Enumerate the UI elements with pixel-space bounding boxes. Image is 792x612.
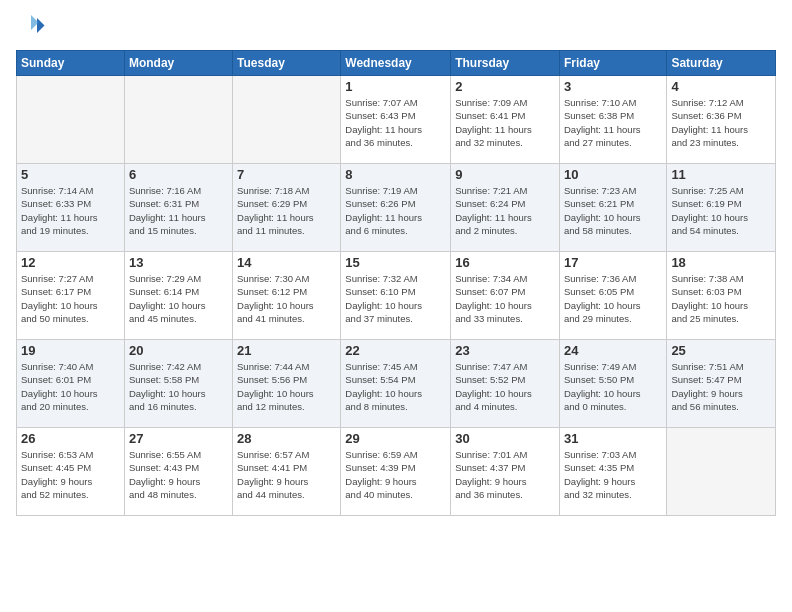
day-number: 24 [564,343,662,358]
calendar-cell: 9Sunrise: 7:21 AM Sunset: 6:24 PM Daylig… [451,164,560,252]
day-number: 22 [345,343,446,358]
day-info: Sunrise: 7:25 AM Sunset: 6:19 PM Dayligh… [671,184,771,237]
calendar-cell: 7Sunrise: 7:18 AM Sunset: 6:29 PM Daylig… [233,164,341,252]
calendar-cell: 16Sunrise: 7:34 AM Sunset: 6:07 PM Dayli… [451,252,560,340]
calendar-header-tuesday: Tuesday [233,51,341,76]
calendar-cell: 28Sunrise: 6:57 AM Sunset: 4:41 PM Dayli… [233,428,341,516]
day-number: 21 [237,343,336,358]
calendar-cell: 24Sunrise: 7:49 AM Sunset: 5:50 PM Dayli… [559,340,666,428]
calendar-week-row: 12Sunrise: 7:27 AM Sunset: 6:17 PM Dayli… [17,252,776,340]
calendar-cell: 8Sunrise: 7:19 AM Sunset: 6:26 PM Daylig… [341,164,451,252]
calendar-cell: 12Sunrise: 7:27 AM Sunset: 6:17 PM Dayli… [17,252,125,340]
day-info: Sunrise: 6:53 AM Sunset: 4:45 PM Dayligh… [21,448,120,501]
calendar-header-monday: Monday [124,51,232,76]
calendar-cell: 23Sunrise: 7:47 AM Sunset: 5:52 PM Dayli… [451,340,560,428]
calendar-cell [124,76,232,164]
logo [16,12,50,42]
day-info: Sunrise: 7:45 AM Sunset: 5:54 PM Dayligh… [345,360,446,413]
calendar-cell: 27Sunrise: 6:55 AM Sunset: 4:43 PM Dayli… [124,428,232,516]
day-number: 17 [564,255,662,270]
day-info: Sunrise: 7:49 AM Sunset: 5:50 PM Dayligh… [564,360,662,413]
calendar-cell: 17Sunrise: 7:36 AM Sunset: 6:05 PM Dayli… [559,252,666,340]
calendar-cell: 26Sunrise: 6:53 AM Sunset: 4:45 PM Dayli… [17,428,125,516]
calendar-cell: 19Sunrise: 7:40 AM Sunset: 6:01 PM Dayli… [17,340,125,428]
day-number: 19 [21,343,120,358]
day-info: Sunrise: 7:30 AM Sunset: 6:12 PM Dayligh… [237,272,336,325]
calendar-cell: 22Sunrise: 7:45 AM Sunset: 5:54 PM Dayli… [341,340,451,428]
calendar-cell [233,76,341,164]
day-info: Sunrise: 7:16 AM Sunset: 6:31 PM Dayligh… [129,184,228,237]
svg-marker-0 [37,18,45,33]
calendar-cell: 6Sunrise: 7:16 AM Sunset: 6:31 PM Daylig… [124,164,232,252]
day-info: Sunrise: 7:32 AM Sunset: 6:10 PM Dayligh… [345,272,446,325]
header [16,12,776,42]
calendar-week-row: 26Sunrise: 6:53 AM Sunset: 4:45 PM Dayli… [17,428,776,516]
day-number: 25 [671,343,771,358]
day-info: Sunrise: 7:21 AM Sunset: 6:24 PM Dayligh… [455,184,555,237]
day-number: 20 [129,343,228,358]
calendar-header-row: SundayMondayTuesdayWednesdayThursdayFrid… [17,51,776,76]
day-number: 5 [21,167,120,182]
day-info: Sunrise: 7:36 AM Sunset: 6:05 PM Dayligh… [564,272,662,325]
day-number: 13 [129,255,228,270]
day-number: 2 [455,79,555,94]
day-info: Sunrise: 7:19 AM Sunset: 6:26 PM Dayligh… [345,184,446,237]
day-number: 10 [564,167,662,182]
day-info: Sunrise: 7:07 AM Sunset: 6:43 PM Dayligh… [345,96,446,149]
day-number: 23 [455,343,555,358]
day-number: 31 [564,431,662,446]
calendar: SundayMondayTuesdayWednesdayThursdayFrid… [16,50,776,516]
calendar-cell: 2Sunrise: 7:09 AM Sunset: 6:41 PM Daylig… [451,76,560,164]
day-info: Sunrise: 7:44 AM Sunset: 5:56 PM Dayligh… [237,360,336,413]
calendar-header-thursday: Thursday [451,51,560,76]
calendar-cell: 25Sunrise: 7:51 AM Sunset: 5:47 PM Dayli… [667,340,776,428]
calendar-week-row: 1Sunrise: 7:07 AM Sunset: 6:43 PM Daylig… [17,76,776,164]
calendar-cell: 1Sunrise: 7:07 AM Sunset: 6:43 PM Daylig… [341,76,451,164]
day-info: Sunrise: 7:27 AM Sunset: 6:17 PM Dayligh… [21,272,120,325]
day-info: Sunrise: 7:18 AM Sunset: 6:29 PM Dayligh… [237,184,336,237]
day-info: Sunrise: 7:23 AM Sunset: 6:21 PM Dayligh… [564,184,662,237]
calendar-cell: 13Sunrise: 7:29 AM Sunset: 6:14 PM Dayli… [124,252,232,340]
day-info: Sunrise: 6:55 AM Sunset: 4:43 PM Dayligh… [129,448,228,501]
calendar-cell: 3Sunrise: 7:10 AM Sunset: 6:38 PM Daylig… [559,76,666,164]
logo-icon [16,12,46,42]
day-number: 30 [455,431,555,446]
day-info: Sunrise: 7:47 AM Sunset: 5:52 PM Dayligh… [455,360,555,413]
calendar-cell: 11Sunrise: 7:25 AM Sunset: 6:19 PM Dayli… [667,164,776,252]
calendar-header-sunday: Sunday [17,51,125,76]
day-number: 27 [129,431,228,446]
day-number: 9 [455,167,555,182]
day-info: Sunrise: 7:14 AM Sunset: 6:33 PM Dayligh… [21,184,120,237]
day-info: Sunrise: 7:29 AM Sunset: 6:14 PM Dayligh… [129,272,228,325]
day-number: 16 [455,255,555,270]
day-info: Sunrise: 7:01 AM Sunset: 4:37 PM Dayligh… [455,448,555,501]
calendar-cell: 29Sunrise: 6:59 AM Sunset: 4:39 PM Dayli… [341,428,451,516]
day-info: Sunrise: 7:34 AM Sunset: 6:07 PM Dayligh… [455,272,555,325]
calendar-cell: 31Sunrise: 7:03 AM Sunset: 4:35 PM Dayli… [559,428,666,516]
day-number: 7 [237,167,336,182]
calendar-header-friday: Friday [559,51,666,76]
day-number: 15 [345,255,446,270]
calendar-cell: 21Sunrise: 7:44 AM Sunset: 5:56 PM Dayli… [233,340,341,428]
calendar-cell: 20Sunrise: 7:42 AM Sunset: 5:58 PM Dayli… [124,340,232,428]
day-number: 14 [237,255,336,270]
day-info: Sunrise: 7:51 AM Sunset: 5:47 PM Dayligh… [671,360,771,413]
day-info: Sunrise: 7:09 AM Sunset: 6:41 PM Dayligh… [455,96,555,149]
day-number: 12 [21,255,120,270]
calendar-cell: 18Sunrise: 7:38 AM Sunset: 6:03 PM Dayli… [667,252,776,340]
day-info: Sunrise: 7:40 AM Sunset: 6:01 PM Dayligh… [21,360,120,413]
calendar-cell [17,76,125,164]
calendar-cell: 15Sunrise: 7:32 AM Sunset: 6:10 PM Dayli… [341,252,451,340]
calendar-cell: 4Sunrise: 7:12 AM Sunset: 6:36 PM Daylig… [667,76,776,164]
day-info: Sunrise: 7:42 AM Sunset: 5:58 PM Dayligh… [129,360,228,413]
calendar-cell: 5Sunrise: 7:14 AM Sunset: 6:33 PM Daylig… [17,164,125,252]
calendar-header-saturday: Saturday [667,51,776,76]
calendar-header-wednesday: Wednesday [341,51,451,76]
calendar-week-row: 19Sunrise: 7:40 AM Sunset: 6:01 PM Dayli… [17,340,776,428]
day-number: 4 [671,79,771,94]
day-info: Sunrise: 7:12 AM Sunset: 6:36 PM Dayligh… [671,96,771,149]
day-number: 1 [345,79,446,94]
day-number: 26 [21,431,120,446]
day-number: 11 [671,167,771,182]
day-info: Sunrise: 6:59 AM Sunset: 4:39 PM Dayligh… [345,448,446,501]
